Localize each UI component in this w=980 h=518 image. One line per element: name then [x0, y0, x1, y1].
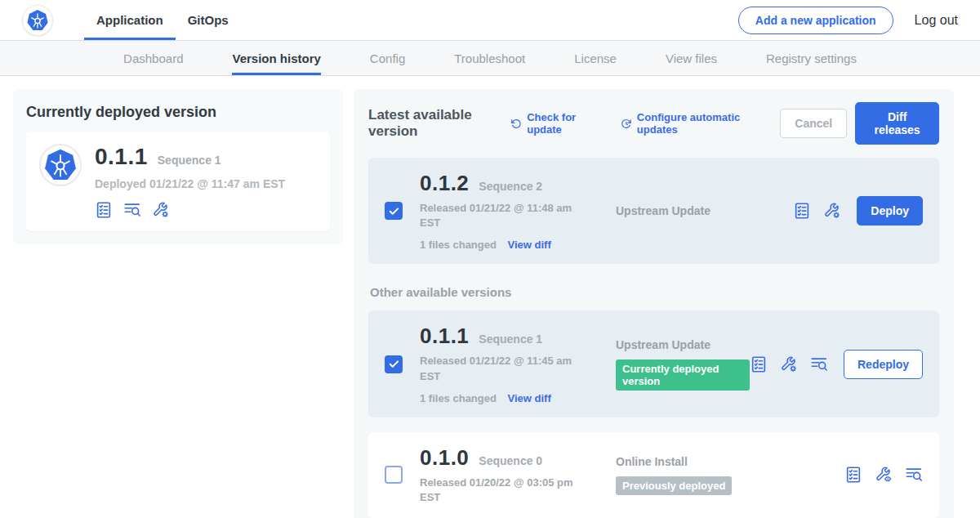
refresh-icon [510, 117, 522, 131]
subnav-tab-troubleshoot[interactable]: Troubleshoot [454, 41, 525, 75]
schedule-refresh-icon [621, 117, 632, 131]
currently-deployed-panel: Currently deployed version 0.1.1 Sequenc… [13, 89, 343, 244]
logout-link[interactable]: Log out [915, 13, 958, 28]
configure-automatic-updates-link[interactable]: Configure automatic updates [621, 111, 757, 136]
app-subnav: Dashboard Version history Config Trouble… [0, 41, 980, 76]
view-diff-link[interactable]: View diff [508, 392, 551, 404]
view-diff-link[interactable]: View diff [508, 239, 551, 251]
release-notes-icon[interactable] [95, 201, 113, 219]
app-kubernetes-logo-icon [39, 144, 82, 186]
version-source-label: Upstream Update [616, 204, 793, 217]
top-right-actions: Add a new application Log out [738, 0, 958, 40]
previously-deployed-badge: Previously deployed [616, 476, 732, 495]
kubernetes-logo-icon [22, 5, 53, 36]
tab-gitops[interactable]: GitOps [176, 0, 241, 40]
other-versions-title: Other available versions [370, 285, 939, 299]
currently-deployed-badge: Currently deployed version [616, 359, 750, 391]
version-row-0-1-0: 0.1.0 Sequence 0 Released 01/20/22 @ 03:… [368, 432, 939, 518]
deployed-version-number: 0.1.1 [95, 144, 148, 170]
check-for-update-link[interactable]: Check for update [510, 111, 598, 136]
version-0-1-1-checkbox[interactable] [385, 355, 403, 373]
subnav-tab-version-history[interactable]: Version history [232, 41, 320, 75]
available-panel-header: Latest available version Check for updat… [368, 102, 939, 145]
diff-releases-button[interactable]: Diff releases [855, 102, 939, 145]
sequence-label: Sequence 1 [479, 333, 542, 346]
top-navigation: Application GitOps Add a new application… [0, 0, 980, 41]
deploy-logs-icon[interactable] [905, 466, 923, 484]
checkmark-icon [388, 205, 400, 217]
check-for-update-label: Check for update [527, 111, 598, 136]
deployed-panel-title: Currently deployed version [26, 104, 330, 121]
subnav-tab-view-files[interactable]: View files [666, 41, 717, 75]
available-versions-panel: Latest available version Check for updat… [354, 89, 954, 518]
version-number: 0.1.1 [420, 324, 469, 349]
view-config-icon[interactable] [875, 466, 893, 484]
files-changed-label: 1 files changed [420, 239, 497, 251]
cancel-button[interactable]: Cancel [780, 109, 847, 138]
version-0-1-2-checkbox[interactable] [385, 202, 403, 220]
version-number: 0.1.0 [420, 445, 469, 471]
deployed-timestamp: Deployed 01/21/22 @ 11:47 am EST [95, 177, 285, 190]
version-row-0-1-1: 0.1.1 Sequence 1 Released 01/21/22 @ 11:… [368, 310, 939, 417]
deploy-button[interactable]: Deploy [857, 196, 923, 226]
edit-config-icon[interactable] [780, 355, 798, 373]
deploy-logs-icon[interactable] [810, 355, 828, 373]
sequence-label: Sequence 0 [479, 454, 542, 467]
subnav-tab-dashboard[interactable]: Dashboard [123, 41, 183, 75]
redeploy-button[interactable]: Redeploy [844, 350, 923, 379]
version-0-1-0-checkbox[interactable] [385, 466, 403, 484]
version-row-0-1-2: 0.1.2 Sequence 2 Released 01/21/22 @ 11:… [368, 158, 939, 264]
deploy-logs-icon[interactable] [123, 201, 141, 219]
version-history-page: Currently deployed version 0.1.1 Sequenc… [0, 76, 980, 518]
top-tabs: Application GitOps [84, 0, 241, 40]
checkmark-icon [388, 358, 400, 370]
sequence-label: Sequence 2 [479, 180, 542, 193]
available-panel-title: Latest available version [368, 107, 497, 140]
subnav-tab-config[interactable]: Config [370, 41, 405, 75]
files-changed-label: 1 files changed [420, 392, 497, 404]
configure-automatic-updates-label: Configure automatic updates [637, 111, 757, 136]
released-timestamp: Released 01/21/22 @ 11:48 am EST [420, 201, 583, 230]
tab-application-label: Application [96, 13, 163, 27]
add-application-button[interactable]: Add a new application [738, 7, 893, 34]
subnav-tab-license[interactable]: License [574, 41, 617, 75]
version-source-label: Online Install [616, 455, 844, 468]
deployed-version-card: 0.1.1 Sequence 1 Deployed 01/21/22 @ 11:… [26, 132, 330, 231]
edit-config-icon[interactable] [152, 201, 170, 219]
release-notes-icon[interactable] [844, 466, 862, 484]
version-source-label: Upstream Update [616, 338, 750, 351]
released-timestamp: Released 01/21/22 @ 11:45 am EST [420, 354, 583, 383]
released-timestamp: Released 01/20/22 @ 03:05 pm EST [420, 476, 583, 505]
release-notes-icon[interactable] [750, 355, 768, 373]
tab-gitops-label: GitOps [188, 13, 229, 27]
deployed-sequence-label: Sequence 1 [158, 154, 221, 167]
subnav-tab-registry-settings[interactable]: Registry settings [766, 41, 857, 75]
release-notes-icon[interactable] [793, 202, 811, 220]
tab-application[interactable]: Application [84, 0, 176, 40]
version-number: 0.1.2 [420, 171, 469, 196]
edit-config-icon[interactable] [823, 202, 841, 220]
